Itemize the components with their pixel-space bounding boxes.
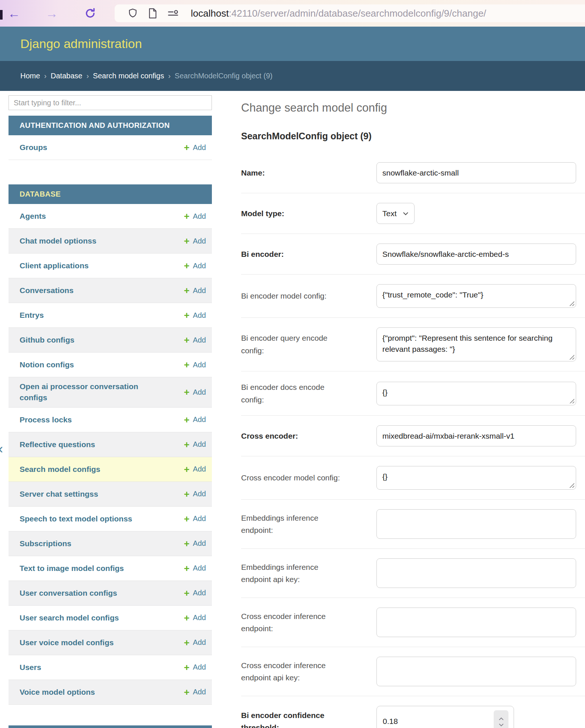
sidebar-item-label[interactable]: Conversations [20,285,74,296]
cross-encoder-inference-endpoint-input[interactable] [376,608,576,637]
sidebar-item-search-model-configs-selected[interactable]: Search model configs +Add [9,457,212,482]
resize-handle[interactable] [568,354,574,360]
sidebar-item-open-ai-processor-conversation-configs[interactable]: Open ai processor conversation configs +… [9,377,212,408]
add-button[interactable]: +Add [184,514,206,524]
container-tab-icon[interactable] [167,8,179,18]
embeddings-inference-endpoint-api-key-input[interactable] [376,558,576,588]
sidebar-item-speech-to-text-model-optionss[interactable]: Speech to text model optionss +Add [9,507,212,531]
sidebar-item-label[interactable]: Users [20,662,41,673]
page-icon[interactable] [148,8,158,19]
resize-handle[interactable] [568,482,574,488]
resize-handle[interactable] [568,398,574,404]
add-button[interactable]: +Add [184,638,206,647]
add-button[interactable]: +Add [184,387,206,397]
shield-icon[interactable] [127,8,138,19]
add-button[interactable]: +Add [184,588,206,598]
sidebar-item-label[interactable]: Agents [20,211,46,222]
sidebar-item-label[interactable]: Entrys [20,310,44,321]
sidebar-item-label[interactable]: Process locks [20,414,72,425]
add-button[interactable]: +Add [184,261,206,271]
bi-encoder-docs-encode-config-textarea[interactable]: {} [376,382,576,405]
sidebar-item-user-voice-model-configs[interactable]: User voice model configs +Add [9,630,212,655]
embeddings-inference-endpoint-input[interactable] [376,509,576,539]
url-bar[interactable]: localhost:42110/server/admin/database/se… [115,4,585,22]
sidebar-item-label[interactable]: Chat model optionss [20,235,97,246]
add-button[interactable]: +Add [184,286,206,295]
add-groups-button[interactable]: +Add [184,143,206,152]
add-button[interactable]: +Add [184,465,206,474]
sidebar-item-voice-model-options[interactable]: Voice model options +Add [9,680,212,705]
sidebar-item-label[interactable]: Text to image model configs [20,563,124,574]
add-button[interactable]: +Add [184,415,206,425]
sidebar-filter-input[interactable] [9,95,212,110]
sidebar-item-client-applications[interactable]: Client applications +Add [9,254,212,278]
browser-refresh-button[interactable] [80,0,101,27]
page-title: Change search model config [241,101,585,115]
bi-encoder-confidence-threshold-input[interactable]: 0.18 [376,706,514,728]
sidebar-item-label[interactable]: Github configs [20,334,74,346]
sidebar-item-users[interactable]: Users +Add [9,655,212,680]
add-button[interactable]: +Add [184,236,206,246]
sidebar-item-label[interactable]: Voice model options [20,687,95,698]
browser-forward-button[interactable]: → [41,0,62,27]
add-button[interactable]: +Add [184,687,206,697]
cross-encoder-model-config-textarea[interactable]: {} [376,466,576,490]
bi-encoder-model-config-textarea[interactable]: {"trust_remote_code": "True"} [376,284,576,308]
bi-encoder-confidence-threshold-label: Bi encoder confidence threshold: [241,709,341,728]
add-button[interactable]: +Add [184,489,206,499]
bi-encoder-input[interactable] [376,244,576,265]
sidebar-item-server-chat-settingss[interactable]: Server chat settingss +Add [9,482,212,507]
site-title[interactable]: Django administration [20,37,142,51]
breadcrumb-separator: › [87,72,89,80]
sidebar-item-agents[interactable]: Agents +Add [9,204,212,229]
sidebar-item-github-configs[interactable]: Github configs +Add [9,328,212,353]
sidebar-item-user-conversation-configs[interactable]: User conversation configs +Add [9,581,212,606]
breadcrumb-home[interactable]: Home [20,72,40,80]
sidebar-item-label[interactable]: Client applications [20,260,89,271]
sidebar-item-label[interactable]: User search model configs [20,612,119,623]
sidebar-item-user-search-model-configs[interactable]: User search model configs +Add [9,606,212,630]
cross-encoder-input[interactable] [376,425,576,446]
add-button[interactable]: +Add [184,335,206,345]
sidebar-item-reflective-questions[interactable]: Reflective questions +Add [9,432,212,457]
sidebar-item-label[interactable]: Open ai processor conversation configs [20,381,142,404]
breadcrumb-search-model-configs[interactable]: Search model configs [93,72,164,80]
add-button[interactable]: +Add [184,440,206,449]
sidebar-item-label[interactable]: Notion configs [20,359,74,370]
sidebar-item-label[interactable]: User voice model configs [20,637,114,648]
sidebar-item-process-locks[interactable]: Process locks +Add [9,408,212,432]
sidebar-item-label[interactable]: Search model configs [20,464,100,475]
add-button[interactable]: +Add [184,564,206,573]
sidebar-item-label[interactable]: User conversation configs [20,588,117,599]
sidebar-collapse-toggle[interactable]: « [0,441,3,457]
sidebar-item-notion-configs[interactable]: Notion configs +Add [9,353,212,377]
browser-back-button[interactable]: ← [4,0,24,27]
breadcrumb-database[interactable]: Database [51,72,82,80]
number-spinner[interactable] [494,710,508,728]
sidebar-item-entrys[interactable]: Entrys +Add [9,303,212,328]
model-type-select[interactable]: Text [376,203,415,224]
sidebar-item-chat-model-optionss[interactable]: Chat model optionss +Add [9,229,212,254]
add-button[interactable]: +Add [184,310,206,320]
add-button[interactable]: +Add [184,539,206,548]
sidebar-item-label[interactable]: Reflective questions [20,439,95,450]
add-button[interactable]: +Add [184,613,206,623]
sidebar-item-label[interactable]: Groups [20,142,47,153]
cross-encoder-inference-endpoint-api-key-input[interactable] [376,657,576,686]
sidebar-item-label[interactable]: Server chat settingss [20,489,98,500]
name-input[interactable] [376,162,576,183]
sidebar-item-text-to-image-model-configs[interactable]: Text to image model configs +Add [9,556,212,581]
add-button[interactable]: +Add [184,663,206,672]
page: ← → localhost:42110/server/admin [0,0,585,728]
add-button[interactable]: +Add [184,360,206,370]
bi-encoder-query-encode-config-textarea[interactable]: {"prompt": "Represent this sentence for … [376,327,576,361]
resize-handle[interactable] [568,300,574,306]
sidebar-item-label[interactable]: Speech to text model optionss [20,513,132,524]
sidebar-item-conversations[interactable]: Conversations +Add [9,278,212,303]
sidebar-item-label[interactable]: Subscriptions [20,538,71,549]
sidebar-item-groups[interactable]: Groups +Add [9,135,212,160]
add-button[interactable]: +Add [184,211,206,221]
model-type-label: Model type: [241,207,341,220]
sidebar-item-subscriptions[interactable]: Subscriptions +Add [9,531,212,556]
plus-icon: + [184,360,189,370]
